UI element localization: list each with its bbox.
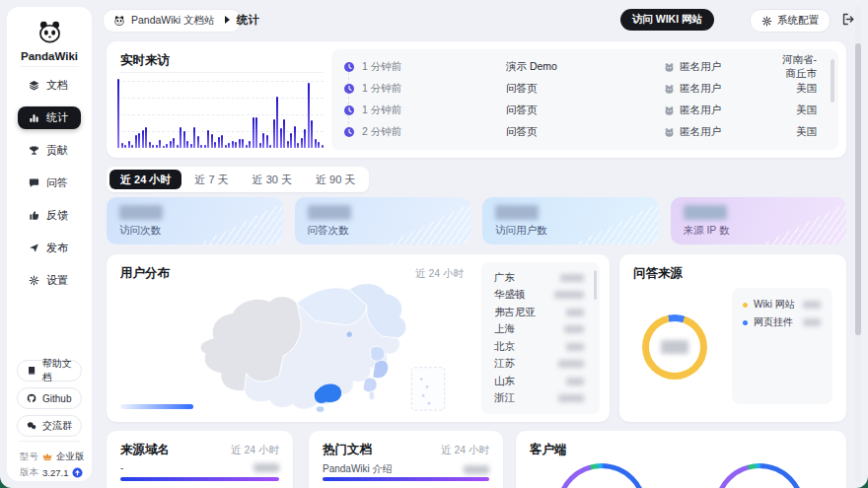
hot-doc-item-bar bbox=[323, 477, 489, 481]
gear-icon bbox=[761, 16, 772, 27]
visit-bar bbox=[304, 129, 306, 148]
stat-value-redacted bbox=[684, 205, 727, 220]
region-row[interactable]: 浙江 bbox=[481, 390, 600, 408]
stat-value-redacted bbox=[119, 205, 163, 220]
china-map[interactable] bbox=[116, 278, 473, 414]
visit-row[interactable]: 1 分钟前 问答页 匿名用户 美国 bbox=[331, 100, 838, 121]
thumbs-up-icon bbox=[29, 210, 39, 221]
tab-range-2[interactable]: 近 30 天 bbox=[242, 170, 303, 189]
divider bbox=[19, 441, 80, 442]
client-donut-chart[interactable] bbox=[714, 463, 805, 488]
trophy-icon bbox=[29, 145, 39, 156]
region-row[interactable]: 北京 bbox=[481, 338, 600, 356]
panda-user-icon bbox=[664, 127, 675, 138]
breadcrumb[interactable]: PandaWiki 文档站 bbox=[103, 9, 242, 33]
panda-logo-icon bbox=[113, 15, 125, 27]
sidebar-link-help[interactable]: 帮助文档 bbox=[17, 360, 82, 382]
app-logo[interactable]: PandaWiki bbox=[7, 19, 92, 62]
region-value-redacted bbox=[558, 360, 584, 368]
sidebar-item-qa[interactable]: 问答 bbox=[18, 172, 81, 194]
donut-center-value-redacted bbox=[661, 340, 688, 354]
visit-row[interactable]: 2 分钟前 问答页 匿名用户 美国 bbox=[331, 121, 838, 143]
realtime-bar-chart[interactable] bbox=[117, 79, 324, 148]
divider bbox=[20, 66, 79, 67]
sidebar-item-settings[interactable]: 设置 bbox=[18, 269, 81, 292]
region-list-scrollbar[interactable] bbox=[594, 270, 597, 300]
sidebar-item-contrib[interactable]: 贡献 bbox=[18, 139, 81, 162]
stat-value-redacted bbox=[308, 205, 351, 220]
client-donut-chart[interactable] bbox=[556, 463, 647, 488]
visit-bar bbox=[318, 142, 320, 148]
visit-user: 匿名用户 bbox=[664, 60, 772, 74]
stat-card-qa-count[interactable]: 问答次数 bbox=[295, 197, 471, 244]
region-name: 浙江 bbox=[494, 391, 515, 405]
stat-card-ips[interactable]: 来源 IP 数 bbox=[671, 197, 847, 244]
hot-doc-item-name: PandaWiki 介绍 bbox=[323, 462, 393, 476]
qa-source-legend: Wiki 网站网页挂件 bbox=[732, 288, 832, 404]
tab-range-3[interactable]: 近 90 天 bbox=[305, 170, 366, 189]
visit-list: 1 分钟前 演示 Demo 匿名用户 河南省-商丘市 1 分钟前 问答页 匿名用… bbox=[331, 56, 838, 143]
region-row[interactable]: 上海 bbox=[481, 321, 600, 339]
visit-row[interactable]: 1 分钟前 演示 Demo 匿名用户 河南省-商丘市 bbox=[331, 56, 838, 78]
stat-label: 访问次数 bbox=[119, 224, 161, 238]
region-row[interactable]: 江苏 bbox=[481, 356, 600, 374]
visit-page: 问答页 bbox=[506, 104, 664, 117]
tab-range-1[interactable]: 近 7 天 bbox=[183, 170, 239, 189]
region-row[interactable]: 华盛顿 bbox=[481, 287, 600, 305]
system-config-button[interactable]: 系统配置 bbox=[750, 9, 831, 33]
hatch-decoration bbox=[761, 203, 846, 244]
book-icon bbox=[27, 366, 36, 376]
qa-legend-row[interactable]: 网页挂件 bbox=[732, 314, 832, 331]
region-row[interactable]: 广东 bbox=[481, 269, 600, 287]
region-row[interactable]: 山东 bbox=[481, 373, 600, 390]
domain-item-bar bbox=[120, 477, 279, 481]
domains-title: 来源域名 bbox=[120, 442, 170, 458]
sidebar-item-label: 反馈 bbox=[46, 208, 68, 223]
region-name: 上海 bbox=[494, 322, 515, 336]
qa-source-donut-chart[interactable] bbox=[642, 314, 707, 380]
clock-icon bbox=[343, 105, 355, 116]
visit-bar bbox=[246, 145, 248, 149]
stat-value-redacted bbox=[495, 205, 539, 220]
model-label: 型号 bbox=[20, 451, 38, 463]
panda-logo-icon bbox=[36, 19, 63, 45]
visit-bar bbox=[204, 145, 206, 148]
visit-bar bbox=[249, 141, 251, 148]
page-scrollbar-thumb[interactable] bbox=[855, 43, 861, 335]
sidebar-item-publish[interactable]: 发布 bbox=[18, 237, 81, 259]
sidebar-nav: 文档统计贡献问答反馈发布设置 bbox=[18, 74, 81, 302]
visit-bar bbox=[207, 130, 209, 148]
sidebar-item-docs[interactable]: 文档 bbox=[18, 74, 81, 97]
sidebar-link-github[interactable]: Github bbox=[17, 387, 82, 409]
visit-bar bbox=[266, 135, 268, 148]
visit-list-scrollbar[interactable] bbox=[831, 59, 834, 103]
github-icon bbox=[27, 393, 36, 403]
visit-bar bbox=[242, 139, 244, 148]
legend-label: Wiki 网站 bbox=[754, 298, 803, 312]
stat-card-users[interactable]: 访问用户数 bbox=[482, 197, 659, 244]
sidebar-item-stats[interactable]: 统计 bbox=[18, 106, 81, 129]
sidebar-item-feedback[interactable]: 反馈 bbox=[18, 204, 81, 227]
qa-source-card: 问答来源 Wiki 网站网页挂件 bbox=[619, 254, 846, 422]
visit-bar bbox=[253, 117, 254, 148]
visit-row[interactable]: 1 分钟前 问答页 匿名用户 美国 bbox=[331, 78, 838, 100]
sidebar-link-group[interactable]: 交流群 bbox=[17, 415, 82, 437]
stat-card-visits[interactable]: 访问次数 bbox=[107, 197, 283, 244]
visit-bar bbox=[159, 140, 161, 148]
upgrade-icon[interactable] bbox=[72, 467, 83, 478]
time-filter-tabs: 近 24 小时近 7 天近 30 天近 90 天 bbox=[107, 167, 369, 192]
visit-bar bbox=[225, 145, 227, 148]
hot-doc-item-value-redacted bbox=[464, 465, 489, 474]
logout-icon[interactable] bbox=[841, 12, 856, 27]
visit-wiki-button[interactable]: 访问 WIKI 网站 bbox=[620, 9, 714, 31]
sidebar-item-label: 发布 bbox=[46, 241, 68, 255]
region-value-redacted bbox=[566, 343, 584, 351]
visit-bar bbox=[297, 143, 299, 148]
qa-legend-row[interactable]: Wiki 网站 bbox=[732, 296, 832, 314]
region-name: 华盛顿 bbox=[494, 288, 526, 302]
legend-value-redacted bbox=[803, 301, 821, 309]
tab-range-0[interactable]: 近 24 小时 bbox=[109, 170, 181, 189]
visit-bar bbox=[124, 145, 126, 148]
region-row[interactable]: 弗吉尼亚 bbox=[481, 304, 600, 321]
sidebar-link-label: Github bbox=[42, 393, 71, 404]
